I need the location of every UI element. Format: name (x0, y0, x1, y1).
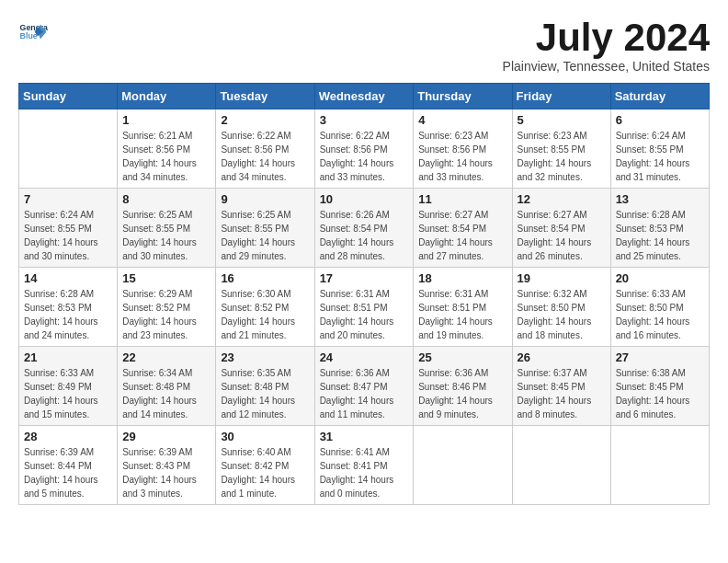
day-of-week-wednesday: Wednesday (314, 84, 414, 109)
day-info: Sunrise: 6:26 AM Sunset: 8:54 PM Dayligh… (320, 208, 409, 263)
day-number: 13 (616, 192, 704, 206)
calendar-cell: 22Sunrise: 6:34 AM Sunset: 8:48 PM Dayli… (118, 347, 216, 426)
calendar-cell (610, 426, 709, 505)
day-info: Sunrise: 6:28 AM Sunset: 8:53 PM Dayligh… (616, 208, 704, 263)
day-number: 2 (221, 113, 309, 127)
calendar-cell (19, 109, 118, 189)
calendar-cell: 20Sunrise: 6:33 AM Sunset: 8:50 PM Dayli… (610, 268, 709, 347)
day-number: 30 (221, 430, 309, 443)
location: Plainview, Tennessee, United States (503, 59, 710, 74)
day-number: 31 (320, 430, 409, 443)
day-info: Sunrise: 6:29 AM Sunset: 8:52 PM Dayligh… (122, 287, 210, 342)
logo-icon: General Blue (18, 18, 48, 48)
day-info: Sunrise: 6:31 AM Sunset: 8:51 PM Dayligh… (320, 287, 409, 342)
calendar-cell: 10Sunrise: 6:26 AM Sunset: 8:54 PM Dayli… (314, 189, 414, 268)
day-info: Sunrise: 6:36 AM Sunset: 8:46 PM Dayligh… (418, 366, 506, 421)
calendar-week-5: 28Sunrise: 6:39 AM Sunset: 8:44 PM Dayli… (19, 426, 710, 505)
day-number: 5 (518, 113, 606, 127)
calendar-week-2: 7Sunrise: 6:24 AM Sunset: 8:55 PM Daylig… (19, 189, 710, 268)
calendar-cell: 25Sunrise: 6:36 AM Sunset: 8:46 PM Dayli… (414, 347, 512, 426)
calendar-cell: 27Sunrise: 6:38 AM Sunset: 8:45 PM Dayli… (610, 347, 709, 426)
calendar-cell: 2Sunrise: 6:22 AM Sunset: 8:56 PM Daylig… (216, 109, 314, 189)
calendar-cell: 15Sunrise: 6:29 AM Sunset: 8:52 PM Dayli… (118, 268, 216, 347)
calendar-cell: 21Sunrise: 6:33 AM Sunset: 8:49 PM Dayli… (19, 347, 118, 426)
day-info: Sunrise: 6:27 AM Sunset: 8:54 PM Dayligh… (518, 208, 606, 263)
day-info: Sunrise: 6:28 AM Sunset: 8:53 PM Dayligh… (24, 287, 112, 342)
day-of-week-sunday: Sunday (19, 84, 118, 109)
month-title: July 2024 (503, 18, 710, 57)
day-info: Sunrise: 6:33 AM Sunset: 8:49 PM Dayligh… (24, 366, 112, 421)
day-number: 24 (320, 350, 409, 364)
day-number: 10 (320, 192, 409, 206)
day-info: Sunrise: 6:41 AM Sunset: 8:41 PM Dayligh… (320, 445, 409, 500)
day-number: 9 (221, 192, 309, 206)
day-number: 23 (221, 350, 309, 364)
calendar-cell: 19Sunrise: 6:32 AM Sunset: 8:50 PM Dayli… (512, 268, 610, 347)
day-info: Sunrise: 6:25 AM Sunset: 8:55 PM Dayligh… (122, 208, 210, 263)
calendar-cell: 3Sunrise: 6:22 AM Sunset: 8:56 PM Daylig… (314, 109, 414, 189)
day-number: 14 (24, 271, 112, 285)
day-of-week-saturday: Saturday (610, 84, 709, 109)
title-block: July 2024 Plainview, Tennessee, United S… (503, 18, 710, 74)
day-number: 1 (122, 113, 210, 127)
day-number: 16 (221, 271, 309, 285)
day-info: Sunrise: 6:40 AM Sunset: 8:42 PM Dayligh… (221, 445, 309, 500)
day-info: Sunrise: 6:34 AM Sunset: 8:48 PM Dayligh… (122, 366, 210, 421)
day-number: 4 (418, 113, 506, 127)
day-info: Sunrise: 6:39 AM Sunset: 8:43 PM Dayligh… (122, 445, 210, 500)
calendar-cell (414, 426, 512, 505)
day-number: 25 (418, 350, 506, 364)
day-number: 22 (122, 350, 210, 364)
day-number: 20 (616, 271, 704, 285)
calendar-cell: 11Sunrise: 6:27 AM Sunset: 8:54 PM Dayli… (414, 189, 512, 268)
calendar-cell: 26Sunrise: 6:37 AM Sunset: 8:45 PM Dayli… (512, 347, 610, 426)
day-info: Sunrise: 6:39 AM Sunset: 8:44 PM Dayligh… (24, 445, 112, 500)
day-number: 28 (24, 430, 112, 443)
day-info: Sunrise: 6:36 AM Sunset: 8:47 PM Dayligh… (320, 366, 409, 421)
day-number: 18 (418, 271, 506, 285)
calendar-table: SundayMondayTuesdayWednesdayThursdayFrid… (18, 83, 710, 505)
day-number: 19 (518, 271, 606, 285)
day-info: Sunrise: 6:33 AM Sunset: 8:50 PM Dayligh… (616, 287, 704, 342)
day-number: 3 (320, 113, 409, 127)
calendar-week-3: 14Sunrise: 6:28 AM Sunset: 8:53 PM Dayli… (19, 268, 710, 347)
calendar-cell: 17Sunrise: 6:31 AM Sunset: 8:51 PM Dayli… (314, 268, 414, 347)
calendar-cell: 29Sunrise: 6:39 AM Sunset: 8:43 PM Dayli… (118, 426, 216, 505)
calendar-cell: 6Sunrise: 6:24 AM Sunset: 8:55 PM Daylig… (610, 109, 709, 189)
day-number: 6 (616, 113, 704, 127)
day-of-week-tuesday: Tuesday (216, 84, 314, 109)
calendar-cell (512, 426, 610, 505)
day-info: Sunrise: 6:27 AM Sunset: 8:54 PM Dayligh… (418, 208, 506, 263)
calendar-cell: 9Sunrise: 6:25 AM Sunset: 8:55 PM Daylig… (216, 189, 314, 268)
page-header: General Blue July 2024 Plainview, Tennes… (18, 18, 710, 74)
calendar-header-row: SundayMondayTuesdayWednesdayThursdayFrid… (19, 84, 710, 109)
day-info: Sunrise: 6:37 AM Sunset: 8:45 PM Dayligh… (518, 366, 606, 421)
calendar-week-4: 21Sunrise: 6:33 AM Sunset: 8:49 PM Dayli… (19, 347, 710, 426)
day-info: Sunrise: 6:23 AM Sunset: 8:56 PM Dayligh… (418, 129, 506, 184)
day-number: 12 (518, 192, 606, 206)
day-of-week-friday: Friday (512, 84, 610, 109)
day-info: Sunrise: 6:21 AM Sunset: 8:56 PM Dayligh… (122, 129, 210, 184)
calendar-cell: 24Sunrise: 6:36 AM Sunset: 8:47 PM Dayli… (314, 347, 414, 426)
day-number: 15 (122, 271, 210, 285)
day-info: Sunrise: 6:38 AM Sunset: 8:45 PM Dayligh… (616, 366, 704, 421)
day-number: 7 (24, 192, 112, 206)
calendar-cell: 8Sunrise: 6:25 AM Sunset: 8:55 PM Daylig… (118, 189, 216, 268)
day-number: 27 (616, 350, 704, 364)
calendar-cell: 13Sunrise: 6:28 AM Sunset: 8:53 PM Dayli… (610, 189, 709, 268)
day-number: 8 (122, 192, 210, 206)
calendar-cell: 14Sunrise: 6:28 AM Sunset: 8:53 PM Dayli… (19, 268, 118, 347)
day-number: 11 (418, 192, 506, 206)
calendar-cell: 1Sunrise: 6:21 AM Sunset: 8:56 PM Daylig… (118, 109, 216, 189)
day-info: Sunrise: 6:31 AM Sunset: 8:51 PM Dayligh… (418, 287, 506, 342)
calendar-cell: 4Sunrise: 6:23 AM Sunset: 8:56 PM Daylig… (414, 109, 512, 189)
calendar-cell: 31Sunrise: 6:41 AM Sunset: 8:41 PM Dayli… (314, 426, 414, 505)
calendar-week-1: 1Sunrise: 6:21 AM Sunset: 8:56 PM Daylig… (19, 109, 710, 189)
calendar-cell: 16Sunrise: 6:30 AM Sunset: 8:52 PM Dayli… (216, 268, 314, 347)
calendar-cell: 7Sunrise: 6:24 AM Sunset: 8:55 PM Daylig… (19, 189, 118, 268)
calendar-cell: 5Sunrise: 6:23 AM Sunset: 8:55 PM Daylig… (512, 109, 610, 189)
day-number: 21 (24, 350, 112, 364)
day-info: Sunrise: 6:24 AM Sunset: 8:55 PM Dayligh… (616, 129, 704, 184)
day-of-week-thursday: Thursday (414, 84, 512, 109)
day-number: 17 (320, 271, 409, 285)
